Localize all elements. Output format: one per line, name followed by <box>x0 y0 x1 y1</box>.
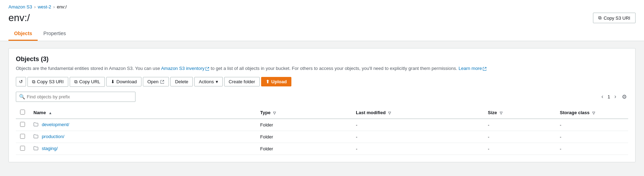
row-checkbox[interactable] <box>20 122 25 127</box>
open-label: Open <box>147 79 159 84</box>
create-folder-button[interactable]: Create folder <box>224 77 260 86</box>
actions-button[interactable]: Actions ▾ <box>194 77 223 86</box>
desc-middle: to get a list of all objects in your buc… <box>209 66 459 71</box>
top-bar: Amazon S3 › west-2 › env:/ env:/ ⧉ Copy … <box>0 0 644 41</box>
row-name-link[interactable]: staging/ <box>42 146 58 151</box>
col-header-size[interactable]: Size ▽ <box>484 107 555 119</box>
pagination-next-button[interactable]: › <box>612 92 618 101</box>
objects-table: Name ▲ Type ▽ Last modified ▽ Size <box>16 107 628 155</box>
copy-s3-uri-button[interactable]: ⧉ Copy S3 URI <box>27 77 68 87</box>
breadcrumb-s3[interactable]: Amazon S3 <box>8 4 32 9</box>
row-type-cell: Folder <box>256 143 352 155</box>
row-type-cell: Folder <box>256 119 352 131</box>
download-icon: ⬇ <box>111 79 115 84</box>
tab-properties[interactable]: Properties <box>38 28 71 41</box>
open-button[interactable]: Open <box>143 77 169 86</box>
search-input[interactable] <box>16 92 135 102</box>
table-header: Name ▲ Type ▽ Last modified ▽ Size <box>16 107 628 119</box>
row-name-cell: production/ <box>29 131 256 143</box>
desc-prefix: Objects are the fundamental entities sto… <box>16 66 161 71</box>
pagination-row: ‹ 1 › ⚙ <box>599 92 628 102</box>
col-size-sort-icon: ▽ <box>500 111 503 115</box>
breadcrumb: Amazon S3 › west-2 › env:/ <box>8 4 636 9</box>
copy-s3-uri-label-header: Copy S3 URI <box>604 15 630 21</box>
row-size-cell: - <box>484 119 555 131</box>
row-name-link[interactable]: production/ <box>42 134 64 139</box>
toolbar: ↺ ⧉ Copy S3 URI ⧉ Copy URL ⬇ Download Op… <box>16 77 628 87</box>
col-lastmod-sort-icon: ▽ <box>388 111 391 115</box>
search-container: 🔍 <box>16 92 135 102</box>
panel-header: Objects (3) <box>16 56 628 63</box>
col-header-storage[interactable]: Storage class ▽ <box>556 107 628 119</box>
row-storage-cell: - <box>556 131 628 143</box>
tabs-row: Objects Properties <box>8 28 636 41</box>
download-button[interactable]: ⬇ Download <box>106 77 141 86</box>
row-lastmod-cell: - <box>352 143 484 155</box>
table-row: development/ Folder - - - <box>16 119 628 131</box>
col-type-label: Type <box>260 110 270 115</box>
select-all-checkbox[interactable] <box>20 110 25 115</box>
row-type-cell: Folder <box>256 131 352 143</box>
page-title: env:/ <box>8 12 30 24</box>
row-name-cell: development/ <box>29 119 256 131</box>
pagination-prev-button[interactable]: ‹ <box>599 92 605 101</box>
row-storage-cell: - <box>556 119 628 131</box>
pagination-page-number: 1 <box>607 94 610 99</box>
row-checkbox[interactable] <box>20 146 25 151</box>
row-storage-cell: - <box>556 143 628 155</box>
upload-label: Upload <box>271 79 287 84</box>
content-area: Objects (3) Objects are the fundamental … <box>0 41 644 169</box>
copy-url-icon: ⧉ <box>74 79 77 85</box>
table-body: development/ Folder - - - production/ Fo… <box>16 119 628 155</box>
table-row: staging/ Folder - - - <box>16 143 628 155</box>
copy-s3-uri-label: Copy S3 URI <box>37 79 64 84</box>
row-checkbox[interactable] <box>20 134 25 139</box>
table-row: production/ Folder - - - <box>16 131 628 143</box>
copy-s3-uri-button-header[interactable]: ⧉ Copy S3 URI <box>593 13 636 23</box>
download-label: Download <box>116 79 137 84</box>
actions-label: Actions <box>199 79 214 84</box>
col-header-name[interactable]: Name ▲ <box>29 107 256 119</box>
col-header-checkbox <box>16 107 29 119</box>
search-icon: 🔍 <box>19 94 25 99</box>
breadcrumb-west2[interactable]: west-2 <box>38 4 51 9</box>
learn-more-link[interactable]: Learn more <box>459 66 487 71</box>
upload-button[interactable]: ⬆ Upload <box>261 77 291 86</box>
tab-objects[interactable]: Objects <box>8 28 38 41</box>
panel-description: Objects are the fundamental entities sto… <box>16 65 628 72</box>
refresh-icon: ↺ <box>19 79 23 84</box>
col-storage-sort-icon: ▽ <box>592 111 595 115</box>
row-size-cell: - <box>484 131 555 143</box>
row-checkbox-cell <box>16 119 29 131</box>
row-checkbox-cell <box>16 131 29 143</box>
ext-link-icon <box>205 67 209 71</box>
row-lastmod-cell: - <box>352 131 484 143</box>
breadcrumb-sep-1: › <box>34 5 36 9</box>
folder-icon <box>33 146 38 152</box>
panel-title: Objects (3) <box>16 56 49 63</box>
col-lastmod-label: Last modified <box>356 110 386 115</box>
col-name-sort-icon: ▲ <box>49 111 52 115</box>
col-header-type[interactable]: Type ▽ <box>256 107 352 119</box>
copy-url-label: Copy URL <box>79 79 100 84</box>
col-header-lastmod[interactable]: Last modified ▽ <box>352 107 484 119</box>
copy-icon-header: ⧉ <box>598 15 601 21</box>
learn-more-text: Learn more <box>459 66 482 71</box>
delete-button[interactable]: Delete <box>170 77 193 86</box>
row-name-link[interactable]: development/ <box>42 122 69 127</box>
copy-url-button[interactable]: ⧉ Copy URL <box>70 77 105 87</box>
row-size-cell: - <box>484 143 555 155</box>
learn-more-ext-icon <box>482 67 487 71</box>
breadcrumb-current: env:/ <box>57 4 67 9</box>
folder-icon <box>33 134 38 140</box>
table-header-row: Name ▲ Type ▽ Last modified ▽ Size <box>16 107 628 119</box>
inventory-link[interactable]: Amazon S3 inventory <box>161 66 210 71</box>
table-settings-icon[interactable]: ⚙ <box>620 92 628 102</box>
search-row: 🔍 ‹ 1 › ⚙ <box>16 92 628 102</box>
inventory-link-text: Amazon S3 inventory <box>161 66 205 71</box>
actions-chevron-icon: ▾ <box>216 79 218 84</box>
objects-panel: Objects (3) Objects are the fundamental … <box>8 48 636 162</box>
refresh-button[interactable]: ↺ <box>16 77 26 86</box>
row-lastmod-cell: - <box>352 119 484 131</box>
delete-label: Delete <box>175 79 188 84</box>
